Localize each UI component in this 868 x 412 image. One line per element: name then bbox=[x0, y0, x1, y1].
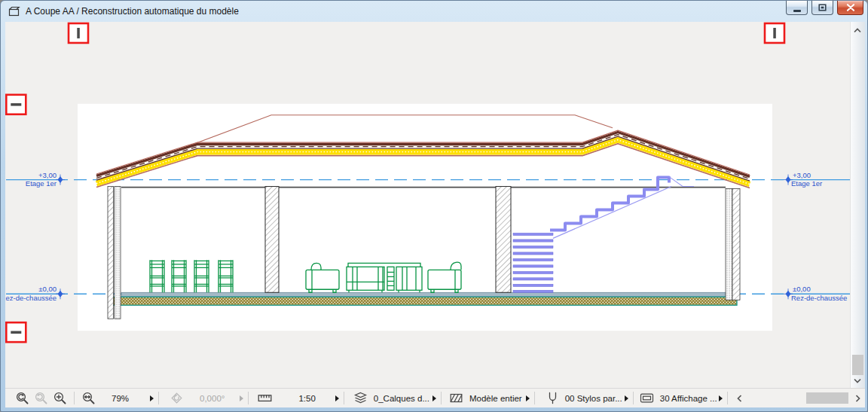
zoom-in-button[interactable] bbox=[53, 391, 67, 405]
display-menu-arrow[interactable] bbox=[719, 395, 723, 401]
pen-set-icon bbox=[546, 391, 560, 405]
titlebar[interactable]: A Coupe AA / Reconstruction automatique … bbox=[1, 1, 867, 22]
level-lower-name-right: Rez-de-chaussée bbox=[791, 294, 847, 302]
level-lower-value-left: ±0,00 bbox=[38, 285, 57, 293]
minimize-icon bbox=[793, 10, 801, 12]
drawing-area[interactable]: +3,00 Etage 1er ±0,00 Rez-de-chaussée +3… bbox=[5, 22, 850, 388]
scale-button[interactable] bbox=[258, 391, 272, 405]
restore-icon bbox=[818, 4, 827, 11]
rotation-menu-arrow bbox=[240, 395, 243, 401]
section-handle-top-left bbox=[69, 23, 88, 43]
wall-interior-1[interactable] bbox=[265, 187, 279, 293]
horizontal-scrollbar-track[interactable] bbox=[747, 389, 850, 407]
minimize-button[interactable] bbox=[786, 1, 808, 15]
layer-combination[interactable]: 0_Calques d... bbox=[374, 394, 429, 403]
zoom-percentage[interactable]: 79% bbox=[112, 394, 129, 403]
wall-right[interactable] bbox=[726, 189, 740, 301]
scroll-up-icon[interactable] bbox=[853, 26, 862, 35]
rotate-view-icon bbox=[170, 391, 184, 405]
display-options-icon bbox=[640, 391, 654, 405]
pen-set-value[interactable]: 00 Stylos par... bbox=[565, 394, 622, 403]
vertical-scrollbar[interactable] bbox=[850, 22, 865, 388]
scale-value[interactable]: 1:50 bbox=[298, 394, 315, 403]
ground-hatch[interactable] bbox=[111, 297, 737, 305]
display-options-button[interactable] bbox=[640, 391, 654, 405]
pen-set-button[interactable] bbox=[546, 391, 560, 405]
horizontal-scrollbar-thumb[interactable] bbox=[806, 392, 848, 404]
level-upper-name-right: Etage 1er bbox=[791, 179, 822, 188]
window-body: +3,00 Etage 1er ±0,00 Rez-de-chaussée +3… bbox=[5, 22, 865, 407]
statusbar: 79% 0,000° 1:50 bbox=[5, 388, 865, 407]
floor-slab[interactable] bbox=[121, 292, 726, 296]
vertical-scrollbar-thumb[interactable] bbox=[852, 355, 863, 375]
level-upper-value-right: +3,00 bbox=[793, 171, 811, 179]
level-upper-name-left: Etage 1er bbox=[26, 179, 57, 188]
restore-button[interactable] bbox=[811, 1, 833, 15]
scroll-down-icon[interactable] bbox=[853, 376, 862, 385]
rotation-value[interactable]: 0,000° bbox=[200, 394, 225, 403]
structure-display-button[interactable] bbox=[449, 391, 463, 405]
zoom-previous-button[interactable] bbox=[15, 391, 29, 405]
close-button[interactable] bbox=[837, 1, 863, 15]
section-window-icon bbox=[8, 6, 20, 17]
level-upper-value-left: +3,00 bbox=[38, 171, 57, 179]
zoom-menu-arrow[interactable] bbox=[150, 395, 154, 401]
pen-menu-arrow[interactable] bbox=[625, 395, 628, 401]
window-controls bbox=[786, 1, 863, 15]
fit-in-window-icon bbox=[81, 391, 96, 405]
zoom-next-button[interactable] bbox=[34, 391, 48, 405]
horizontal-scrollbar[interactable] bbox=[732, 389, 865, 407]
wall-interior-2[interactable] bbox=[496, 187, 511, 293]
fit-in-window-button[interactable] bbox=[81, 391, 96, 405]
display-options-value[interactable]: 30 Affichage ... bbox=[660, 394, 717, 403]
ruler-icon bbox=[258, 391, 272, 405]
structure-display-icon bbox=[449, 391, 463, 405]
app-window: A Coupe AA / Reconstruction automatique … bbox=[0, 0, 868, 412]
section-handle-top-right bbox=[765, 23, 784, 43]
structure-menu-arrow[interactable] bbox=[526, 395, 530, 401]
level-lower-name-left: Rez-de-chaussée bbox=[5, 294, 57, 302]
close-icon bbox=[846, 4, 855, 11]
scroll-left-icon[interactable] bbox=[735, 394, 744, 403]
scroll-right-icon[interactable] bbox=[853, 394, 862, 403]
section-handle-left-lower bbox=[6, 322, 26, 342]
window-title: A Coupe AA / Reconstruction automatique … bbox=[26, 6, 239, 17]
layers-button[interactable] bbox=[353, 391, 368, 405]
layers-menu-arrow[interactable] bbox=[432, 395, 436, 401]
rotate-view-button[interactable] bbox=[170, 391, 184, 405]
section-handle-left-upper bbox=[6, 95, 26, 114]
zoom-in-icon bbox=[53, 391, 67, 405]
scale-menu-arrow[interactable] bbox=[335, 395, 339, 401]
zoom-next-icon bbox=[34, 391, 48, 405]
structure-display-value[interactable]: Modèle entier bbox=[469, 394, 522, 403]
layers-icon bbox=[353, 391, 368, 405]
zoom-previous-icon bbox=[15, 391, 29, 405]
level-lower-value-right: ±0,00 bbox=[793, 285, 811, 293]
